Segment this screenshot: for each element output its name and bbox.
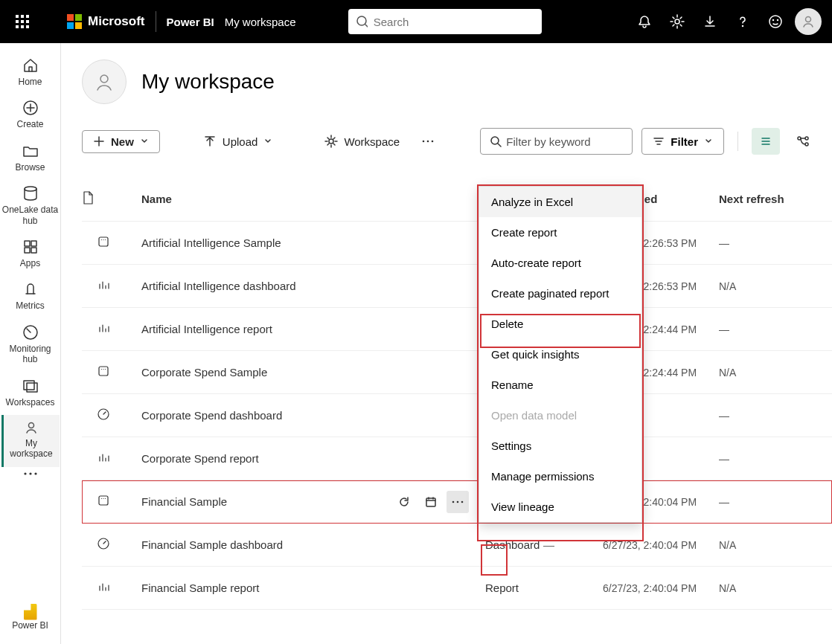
row-name-label: Artificial Intelligence Sample [141, 236, 281, 249]
svg-rect-15 [24, 381, 34, 390]
notifications-button[interactable] [628, 7, 661, 36]
nav-monitoring[interactable]: Monitoring hub [1, 319, 60, 373]
workspace-label: Workspace [344, 135, 400, 148]
row-type-icon [82, 278, 141, 294]
nav-browse[interactable]: Browse [1, 138, 60, 180]
list-view-button[interactable] [752, 128, 780, 155]
search-input[interactable] [374, 16, 534, 28]
ctx-paginated-report[interactable]: Create paginated report [479, 278, 641, 309]
filter-keyword-input[interactable]: Filter by keyword [480, 128, 633, 155]
ctx-manage-permissions[interactable]: Manage permissions [479, 461, 641, 492]
svg-point-4 [769, 16, 781, 28]
download-button[interactable] [694, 7, 726, 36]
table-row[interactable]: Financial Sample dashboardDashboard—6/27… [82, 524, 832, 567]
ctx-autocreate-report[interactable]: Auto-create report [479, 248, 641, 278]
chevron-down-icon [263, 137, 272, 146]
microsoft-logo: Microsoft [67, 14, 145, 29]
svg-point-5 [773, 20, 774, 21]
table-row[interactable]: Artificial Intelligence report6/27/23, 2… [82, 308, 832, 351]
account-button[interactable] [792, 7, 825, 36]
microsoft-label: Microsoft [88, 14, 145, 29]
col-next-refresh[interactable]: Next refresh [719, 193, 823, 205]
nav-label: My workspace [4, 438, 60, 460]
refresh-button[interactable] [393, 491, 415, 513]
ctx-open-data-model: Open data model [479, 400, 641, 431]
nav-my-workspace[interactable]: My workspace [1, 415, 60, 467]
ctx-delete[interactable]: Delete [479, 309, 641, 339]
nav-label: Power BI [12, 620, 48, 631]
ctx-quick-insights[interactable]: Get quick insights [479, 339, 641, 370]
row-type-icon [82, 235, 141, 251]
row-name-label: Corporate Spend dashboard [141, 409, 282, 422]
row-more-button[interactable] [447, 491, 469, 513]
row-type-icon [82, 321, 141, 337]
row-type-label: Report [469, 582, 543, 594]
nav-apps[interactable]: Apps [1, 234, 60, 276]
nav-label: Apps [20, 258, 40, 268]
ctx-settings[interactable]: Settings [479, 431, 641, 461]
nav-powerbi[interactable]: Power BI [1, 599, 60, 638]
waffle-icon [16, 15, 29, 28]
svg-point-7 [806, 17, 811, 22]
upload-button[interactable]: Upload [193, 130, 284, 152]
help-button[interactable] [726, 7, 759, 36]
svg-rect-31 [99, 237, 108, 246]
new-button[interactable]: New [82, 130, 160, 153]
svg-point-43 [105, 498, 106, 499]
search-icon [356, 15, 368, 28]
filter-button[interactable]: Filter [641, 128, 724, 155]
upload-label: Upload [223, 135, 258, 148]
row-next-refresh: N/A [719, 367, 823, 379]
col-name[interactable]: Name [141, 193, 469, 205]
ctx-rename[interactable]: Rename [479, 370, 641, 400]
nav-label: Home [18, 77, 42, 87]
global-search[interactable] [348, 9, 542, 34]
row-next-refresh: — [719, 496, 823, 508]
table-row[interactable]: Artificial Intelligence Sample6/27/23, 2… [82, 222, 832, 265]
svg-point-18 [24, 472, 26, 474]
nav-label: Workspaces [6, 397, 55, 408]
svg-point-24 [427, 141, 429, 143]
row-next-refresh: N/A [719, 280, 823, 292]
nav-home[interactable]: Home [1, 52, 60, 94]
row-name-label: Corporate Spend report [141, 452, 259, 465]
ctx-view-lineage[interactable]: View lineage [479, 492, 641, 522]
svg-point-9 [25, 187, 36, 191]
workspace-avatar [82, 59, 127, 104]
svg-rect-35 [99, 367, 108, 376]
app-launcher-button[interactable] [7, 7, 37, 36]
schedule-refresh-button[interactable] [420, 491, 442, 513]
nav-more[interactable] [1, 467, 60, 486]
lineage-view-button[interactable] [789, 128, 817, 155]
toolbar: New Upload Workspace Filter by keyword F… [82, 128, 832, 155]
nav-onelake[interactable]: OneLake data hub [1, 180, 60, 234]
nav-create[interactable]: Create [1, 94, 60, 137]
powerbi-icon [24, 604, 37, 620]
toolbar-more-button[interactable] [419, 135, 437, 147]
table-row[interactable]: Corporate Spend report——— [82, 437, 832, 480]
svg-point-3 [743, 26, 743, 27]
table-row[interactable]: Financial SampleDataset6/27/23, 2:40:04 … [82, 480, 832, 524]
settings-button[interactable] [661, 7, 694, 36]
nav-metrics[interactable]: Metrics [1, 276, 60, 318]
context-menu: Analyze in Excel Create report Auto-crea… [479, 186, 642, 523]
svg-rect-11 [31, 241, 36, 246]
table-row[interactable]: Artificial Intelligence dashboard6/27/23… [82, 265, 832, 308]
svg-point-21 [100, 75, 108, 83]
svg-rect-10 [25, 241, 30, 246]
chevron-down-icon [140, 137, 149, 146]
ctx-create-report[interactable]: Create report [479, 217, 641, 248]
table-row[interactable]: Corporate Spend Sample6/27/23, 2:24:44 P… [82, 351, 832, 394]
ctx-analyze-excel[interactable]: Analyze in Excel [479, 187, 641, 217]
table-row[interactable]: Corporate Spend dashboard——— [82, 394, 832, 437]
avatar-icon [795, 8, 822, 35]
row-next-refresh: — [719, 323, 823, 335]
nav-label: Browse [15, 162, 45, 173]
feedback-button[interactable] [759, 7, 792, 36]
table-row[interactable]: Financial Sample reportReport6/27/23, 2:… [82, 567, 832, 610]
row-refreshed: 6/27/23, 2:40:04 PM [603, 582, 719, 594]
nav-workspaces[interactable]: Workspaces [1, 373, 60, 415]
svg-point-41 [101, 498, 102, 499]
workspace-settings-button[interactable]: Workspace [314, 130, 410, 152]
row-owner: — [543, 538, 603, 551]
